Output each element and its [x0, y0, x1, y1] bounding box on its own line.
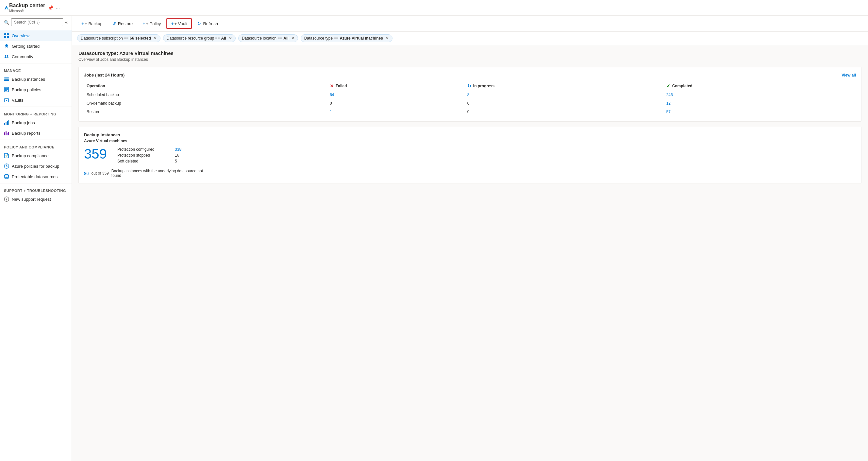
stat-label-protection-stopped: Protection stopped	[117, 153, 169, 158]
sidebar-item-label-protectable-datasources: Protectable datasources	[12, 174, 58, 179]
instances-body: 359 Protection configured 338 Protection…	[84, 147, 856, 163]
restore-label: Restore	[118, 21, 133, 26]
filter-label-subscription: Datasource subscription ==	[81, 36, 128, 40]
svg-rect-8	[4, 80, 9, 81]
filter-chip-location[interactable]: Datasource location == All ✕	[238, 34, 298, 42]
sidebar-item-backup-policies[interactable]: Backup policies	[0, 84, 71, 95]
sidebar-item-label-vaults: Vaults	[12, 98, 23, 103]
sidebar-item-protectable-datasources[interactable]: Protectable datasources	[0, 171, 71, 182]
filter-close-resource-group[interactable]: ✕	[229, 36, 232, 40]
sidebar: 🔍 « Overview Getting started	[0, 16, 72, 461]
svg-rect-15	[4, 123, 5, 125]
top-bar: Backup center Microsoft 📌 ···	[0, 0, 868, 16]
vaults-icon	[4, 97, 9, 103]
sidebar-item-label-backup-jobs: Backup jobs	[12, 120, 35, 125]
sidebar-item-backup-instances[interactable]: Backup instances	[0, 74, 71, 84]
svg-rect-20	[5, 131, 6, 135]
search-input[interactable]	[11, 18, 63, 26]
jobs-card: Jobs (last 24 Hours) View all Operation …	[79, 67, 862, 122]
sidebar-item-backup-reports[interactable]: Backup reports	[0, 128, 71, 138]
content-area: + + Backup ↺ Restore + + Policy + + Vaul…	[72, 16, 868, 461]
view-all-link[interactable]: View all	[841, 73, 856, 78]
sidebar-divider-3	[0, 140, 71, 140]
failed-status-icon: ✕	[330, 83, 334, 89]
svg-rect-22	[8, 132, 9, 135]
svg-point-26	[6, 198, 7, 198]
svg-point-24	[5, 175, 8, 176]
page-title: Datasource type: Azure Virtual machines	[79, 50, 862, 56]
vault-button[interactable]: + + Vault	[166, 18, 192, 29]
filter-label-type: Datasource type ==	[304, 36, 339, 40]
svg-rect-3	[7, 36, 9, 38]
svg-rect-16	[5, 122, 6, 125]
restore-progress-count: 0	[465, 107, 664, 116]
row-op-restore: Restore	[84, 107, 327, 116]
filter-close-location[interactable]: ✕	[291, 36, 294, 40]
sidebar-divider-2	[0, 106, 71, 107]
refresh-icon: ↻	[197, 21, 201, 26]
ondemand-completed-count[interactable]: 12	[666, 101, 671, 105]
refresh-button[interactable]: ↻ Refresh	[193, 19, 222, 28]
filter-chip-subscription[interactable]: Datasource subscription == 66 selected ✕	[77, 34, 160, 42]
pin-icon[interactable]: 📌	[48, 5, 53, 10]
stat-value-protection-configured[interactable]: 338	[175, 147, 181, 152]
filter-value-location: All	[283, 36, 288, 40]
jobs-card-title: Jobs (last 24 Hours) View all	[84, 72, 856, 78]
filter-value-type: Azure Virtual machines	[340, 36, 383, 40]
app-title: Backup center	[9, 3, 45, 8]
page-subtitle: Overview of Jobs and Backup instances	[79, 57, 862, 62]
ondemand-failed-count: 0	[327, 99, 465, 107]
scheduled-progress-count[interactable]: 8	[467, 93, 470, 97]
instances-total-count: 359	[84, 147, 107, 161]
azure-policies-icon	[4, 163, 9, 169]
backup-button[interactable]: + + Backup	[77, 19, 107, 28]
plus-icon-vault: +	[171, 21, 174, 26]
sidebar-item-label-backup-reports: Backup reports	[12, 131, 40, 136]
sidebar-item-new-support[interactable]: New support request	[0, 194, 71, 204]
filter-label-resource-group: Datasource resource group ==	[167, 36, 220, 40]
community-icon	[4, 54, 9, 59]
sidebar-item-label-new-support: New support request	[12, 197, 51, 202]
svg-rect-7	[4, 79, 9, 80]
sidebar-item-overview[interactable]: Overview	[0, 30, 71, 41]
sidebar-item-community[interactable]: Community	[0, 51, 71, 62]
sidebar-item-azure-policies[interactable]: Azure policies for backup	[0, 161, 71, 171]
sidebar-item-vaults[interactable]: Vaults	[0, 95, 71, 105]
app-logo	[4, 5, 9, 10]
sidebar-item-backup-jobs[interactable]: Backup jobs	[0, 117, 71, 128]
sidebar-collapse-button[interactable]: «	[65, 20, 68, 25]
policy-button[interactable]: + + Policy	[138, 19, 165, 28]
stat-value-protection-stopped: 16	[175, 153, 179, 158]
in-progress-header-label: In progress	[473, 84, 494, 88]
backup-instances-card: Backup instances Azure Virtual machines …	[79, 127, 862, 183]
svg-rect-2	[4, 36, 6, 38]
footer-count-link[interactable]: 86	[84, 171, 89, 176]
plus-icon-policy: +	[143, 21, 145, 26]
app-title-group: Backup center Microsoft	[9, 3, 45, 13]
failed-header-label: Failed	[336, 84, 347, 88]
more-icon[interactable]: ···	[56, 5, 60, 10]
filter-chip-resource-group[interactable]: Datasource resource group == All ✕	[163, 34, 236, 42]
sidebar-item-label-community: Community	[12, 54, 33, 59]
jobs-table: Operation ✕ Failed ↻ In progress	[84, 82, 856, 116]
filter-close-subscription[interactable]: ✕	[154, 36, 157, 40]
scheduled-completed-count[interactable]: 246	[666, 93, 673, 97]
filter-close-type[interactable]: ✕	[385, 36, 389, 40]
scheduled-failed-count[interactable]: 64	[330, 93, 334, 97]
svg-point-4	[5, 55, 6, 57]
restore-button[interactable]: ↺ Restore	[108, 19, 137, 28]
svg-rect-0	[4, 33, 6, 35]
stat-label-protection-configured: Protection configured	[117, 147, 169, 152]
instances-footer: 86 out of 359 Backup instances with the …	[84, 169, 856, 178]
sidebar-divider-4	[0, 183, 71, 183]
sidebar-item-label-getting-started: Getting started	[12, 44, 39, 49]
sidebar-item-backup-compliance[interactable]: Backup compliance	[0, 150, 71, 161]
filter-chip-type[interactable]: Datasource type == Azure Virtual machine…	[301, 34, 393, 42]
sidebar-item-getting-started[interactable]: Getting started	[0, 41, 71, 51]
restore-completed-count[interactable]: 57	[666, 110, 671, 114]
datasources-icon	[4, 174, 9, 179]
completed-status-icon: ✔	[666, 83, 670, 89]
restore-failed-count[interactable]: 1	[330, 110, 332, 114]
sidebar-item-label-backup-policies: Backup policies	[12, 87, 41, 92]
compliance-icon	[4, 153, 9, 158]
